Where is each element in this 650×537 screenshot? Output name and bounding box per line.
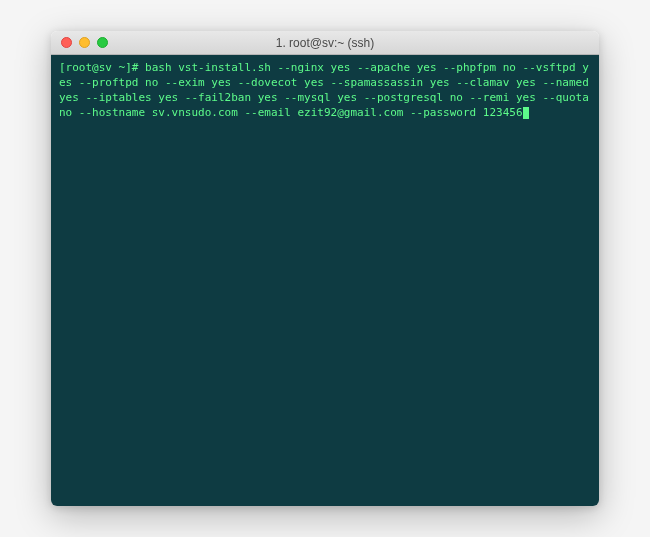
command-input: bash vst-install.sh --nginx yes --apache… — [59, 61, 595, 119]
close-button[interactable] — [61, 37, 72, 48]
window-title: 1. root@sv:~ (ssh) — [276, 36, 375, 50]
shell-prompt: [root@sv ~]# — [59, 61, 138, 74]
maximize-button[interactable] — [97, 37, 108, 48]
terminal-content: [root@sv ~]# bash vst-install.sh --nginx… — [59, 61, 591, 120]
cursor-icon — [523, 107, 529, 119]
traffic-lights — [61, 37, 108, 48]
terminal-window: 1. root@sv:~ (ssh) [root@sv ~]# bash vst… — [51, 31, 599, 506]
title-bar: 1. root@sv:~ (ssh) — [51, 31, 599, 55]
minimize-button[interactable] — [79, 37, 90, 48]
terminal-body[interactable]: [root@sv ~]# bash vst-install.sh --nginx… — [51, 55, 599, 506]
